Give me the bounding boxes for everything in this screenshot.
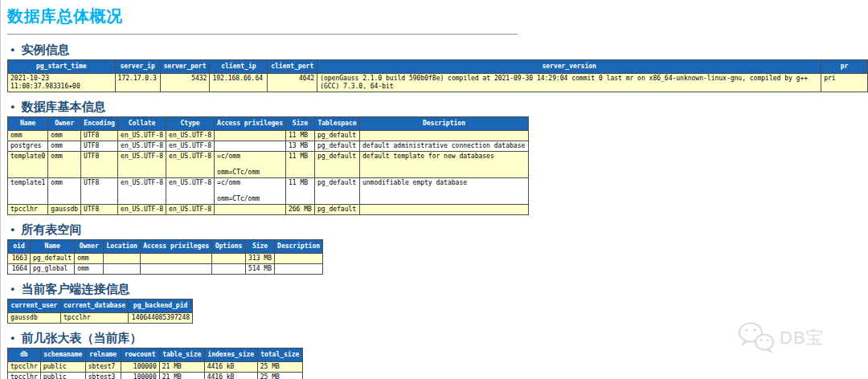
column-header: indexes_size <box>204 348 257 362</box>
column-header: pg_start_time <box>8 60 116 74</box>
table-row: 2021-10-23 11:08:37.983316+00172.17.0.35… <box>8 74 868 92</box>
column-header: Description <box>275 240 323 254</box>
column-header: relname <box>85 348 121 362</box>
table-cell: en_US.UTF-8 <box>118 178 166 205</box>
table-cell: pg_global <box>31 264 75 275</box>
column-header: pg_backend_pid <box>129 300 193 313</box>
instance-info-table: pg_start_timeserver_ipserver_portclient_… <box>7 59 868 92</box>
table-cell: omm <box>48 131 81 141</box>
table-cell: 21 MB <box>159 373 204 379</box>
section-instance-info: ●实例信息 pg_start_timeserver_ipserver_portc… <box>7 43 868 92</box>
table-cell: 25 MB <box>257 373 302 379</box>
table-cell: 5432 <box>160 74 210 92</box>
column-header: Owner <box>75 240 104 254</box>
section-heading-label: 数据库基本信息 <box>21 100 105 113</box>
column-header: oid <box>8 240 31 254</box>
table-cell: 100000 <box>121 362 159 373</box>
table-cell <box>104 254 141 264</box>
column-header: client_port <box>268 60 317 74</box>
table-cell: unmodifiable empty database <box>359 178 528 205</box>
wechat-icon <box>737 321 776 355</box>
table-row: 1663pg_defaultomm313 MB <box>8 254 323 264</box>
table-cell: 21 MB <box>159 362 204 373</box>
table-cell <box>104 264 141 275</box>
table-header-row: pg_start_timeserver_ipserver_portclient_… <box>8 60 868 74</box>
client-connection-table: current_usercurrent_databasepg_backend_p… <box>7 299 193 324</box>
column-header: server_ip <box>115 60 160 74</box>
table-cell: 4642 <box>268 74 317 92</box>
table-cell: en_US.UTF-8 <box>166 141 215 152</box>
table-cell: pg_default <box>314 141 359 152</box>
table-cell: pri <box>821 74 868 92</box>
watermark: DB宝 <box>737 321 825 355</box>
table-cell: pg_default <box>314 131 359 141</box>
table-cell: omm <box>75 264 104 275</box>
table-cell: 11 MB <box>285 152 314 178</box>
column-header: current_database <box>61 300 129 313</box>
table-cell: tpcclhr <box>61 313 129 324</box>
column-header: Name <box>8 117 48 131</box>
watermark-text: DB宝 <box>780 326 825 350</box>
table-cell <box>215 131 286 141</box>
table-cell: sbtest7 <box>85 362 121 373</box>
table-cell: public <box>40 362 85 373</box>
table-cell: en_US.UTF-8 <box>166 131 215 141</box>
column-header: schemaname <box>40 348 85 362</box>
column-header: client_ip <box>210 60 268 74</box>
bullet-icon: ● <box>10 46 14 54</box>
section-heading: ●数据库基本信息 <box>7 100 868 113</box>
column-header: rowcount <box>121 348 159 362</box>
column-header: Access privileges <box>141 240 212 254</box>
table-cell: gaussdb <box>8 313 61 324</box>
table-cell: 100000 <box>121 373 159 379</box>
table-row: 1664pg_globalomm514 MB <box>8 264 323 275</box>
table-cell: 192.168.66.64 <box>210 74 268 92</box>
table-cell: UTF8 <box>81 141 118 152</box>
table-cell <box>275 254 323 264</box>
table-cell: =c/omm omm=CTc/omm <box>215 152 286 178</box>
table-cell: pg_default <box>314 178 359 205</box>
table-cell: pg_default <box>314 152 359 178</box>
title-divider <box>7 34 518 35</box>
page-title: 数据库总体概况 <box>7 6 868 27</box>
section-heading-label: 前几张大表（当前库） <box>21 331 141 344</box>
section-heading-label: 所有表空间 <box>21 222 81 236</box>
table-cell: 11 MB <box>285 131 314 141</box>
bullet-icon: ● <box>10 334 14 342</box>
table-cell: sbtest3 <box>85 373 121 379</box>
table-row: gaussdbtpcclhr140644085397248 <box>8 313 193 324</box>
column-header: Name <box>31 240 75 254</box>
table-cell <box>359 131 528 141</box>
table-cell: default template for new databases <box>359 152 528 178</box>
column-header: server_port <box>160 60 210 74</box>
column-header: server_version <box>317 60 821 74</box>
report-page: 数据库总体概况 ●实例信息 pg_start_timeserver_ipserv… <box>0 0 868 379</box>
table-cell: postgres <box>8 141 48 152</box>
section-database-basic-info: ●数据库基本信息 NameOwnerEncodingCollateCtypeAc… <box>7 100 868 215</box>
table-cell: 313 MB <box>246 254 275 264</box>
column-header: Options <box>212 240 246 254</box>
table-cell <box>212 264 246 275</box>
table-cell: 266 MB <box>285 205 314 215</box>
table-header-row: oidNameOwnerLocationAccess privilegesOpt… <box>8 240 323 254</box>
column-header: Owner <box>48 117 81 131</box>
table-cell: en_US.UTF-8 <box>118 131 166 141</box>
table-cell: 11 MB <box>285 178 314 205</box>
table-cell: template0 <box>8 152 48 178</box>
table-cell: pg_default <box>31 254 75 264</box>
table-cell: omm <box>48 178 81 205</box>
table-cell: (openGauss 2.1.0 build 590b0f8e) compile… <box>317 74 821 92</box>
table-cell: tpcclhr <box>8 205 48 215</box>
column-header: Description <box>359 117 528 131</box>
column-header: Ctype <box>166 117 215 131</box>
table-cell: UTF8 <box>81 205 118 215</box>
table-cell: omm <box>48 152 81 178</box>
table-row: tpcclhrgaussdbUTF8en_US.UTF-8en_US.UTF-8… <box>8 205 529 215</box>
column-header: Collate <box>118 117 166 131</box>
column-header: Size <box>246 240 275 254</box>
section-tablespaces: ●所有表空间 oidNameOwnerLocationAccess privil… <box>7 223 868 275</box>
section-heading: ●实例信息 <box>7 43 868 56</box>
table-cell: pg_default <box>314 205 359 215</box>
table-cell <box>215 141 286 152</box>
table-header-row: NameOwnerEncodingCollateCtypeAccess priv… <box>8 117 529 131</box>
